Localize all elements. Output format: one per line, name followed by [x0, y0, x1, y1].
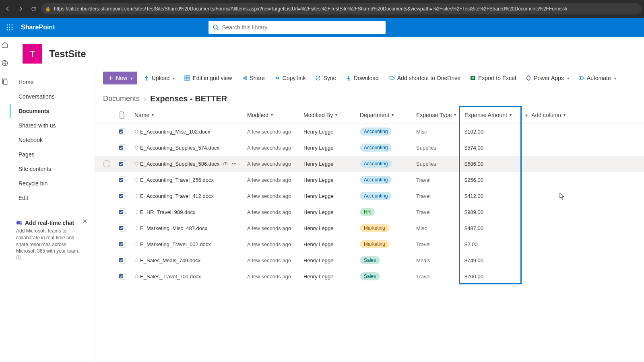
search-box[interactable] — [208, 21, 386, 34]
nav-item-edit[interactable]: Edit — [10, 191, 95, 205]
lock-icon: 🔒 — [45, 6, 51, 12]
svg-text:W: W — [120, 275, 123, 278]
cell-modified-by[interactable]: Henry Legge — [303, 193, 360, 199]
nav-item-pages[interactable]: Pages — [10, 147, 95, 162]
column-expense-type[interactable]: Expense Type▾ — [416, 112, 464, 118]
globe-icon[interactable] — [1, 60, 8, 67]
powerapps-icon — [526, 75, 531, 81]
nav-item-conversations[interactable]: Conversations — [10, 89, 95, 104]
file-name[interactable]: E_Marketing_Misc_487.docx — [140, 225, 207, 231]
sync-button[interactable]: Sync — [312, 72, 339, 84]
cell-modified: A few seconds ago — [247, 241, 303, 247]
file-name[interactable]: E_Marketing_Travel_002.docx — [140, 241, 211, 247]
files-icon[interactable] — [1, 78, 8, 85]
table-row[interactable]: WE_Accounting_Misc_102.docxA few seconds… — [95, 123, 644, 140]
table-row[interactable]: WE_Marketing_Misc_487.docxA few seconds … — [95, 220, 644, 236]
table-row[interactable]: WE_Accounting_Travel_412.docxA few secon… — [95, 188, 644, 204]
column-modified-by[interactable]: Modified By▾ — [303, 112, 360, 118]
file-name[interactable]: E_Accounting_Misc_102.docx — [140, 129, 210, 135]
share-button[interactable]: Share — [238, 72, 268, 84]
add-column-button[interactable]: +Add column▾ — [525, 112, 573, 118]
browser-reload-button[interactable] — [28, 4, 39, 14]
cell-department: Marketing — [360, 224, 416, 232]
browser-forward-button[interactable] — [15, 4, 26, 14]
suite-product-name[interactable]: SharePoint — [19, 24, 55, 31]
cell-modified: A few seconds ago — [247, 193, 303, 199]
export-excel-button[interactable]: X Export to Excel — [467, 72, 519, 84]
breadcrumb-root[interactable]: Documents — [103, 95, 140, 103]
info-icon[interactable]: i — [16, 255, 21, 260]
nav-item-home[interactable]: Home — [10, 75, 95, 89]
breadcrumb-current: Expenses - BETTER — [150, 94, 227, 103]
download-button[interactable]: Download — [343, 72, 382, 84]
svg-line-10 — [217, 29, 219, 30]
file-name[interactable]: E_Accounting_Supplies_574.docx — [140, 145, 219, 151]
add-shortcut-button[interactable]: Add shortcut to OneDrive — [385, 72, 464, 84]
cell-modified-by[interactable]: Henry Legge — [303, 161, 360, 167]
nav-item-documents[interactable]: Documents — [10, 104, 95, 118]
svg-text:X: X — [472, 76, 474, 80]
svg-line-44 — [135, 148, 136, 149]
nav-item-recycle-bin[interactable]: Recycle bin — [10, 176, 95, 191]
svg-point-0 — [7, 25, 8, 26]
file-name[interactable]: E_Sales_Travel_700.docx — [140, 274, 201, 280]
cell-modified-by[interactable]: Henry Legge — [303, 241, 360, 247]
close-icon[interactable] — [81, 217, 89, 225]
copy-link-button[interactable]: Copy link — [271, 72, 309, 84]
cell-modified-by[interactable]: Henry Legge — [303, 257, 360, 263]
file-type-icon: W — [119, 257, 134, 264]
column-name[interactable]: Name▾ — [134, 112, 247, 118]
cell-modified: A few seconds ago — [247, 257, 303, 263]
upload-button[interactable]: Upload ▾ — [140, 72, 178, 84]
site-logo[interactable]: T — [23, 44, 42, 64]
cell-modified-by[interactable]: Henry Legge — [303, 129, 360, 135]
nav-item-site-contents[interactable]: Site contents — [10, 162, 95, 176]
cell-modified: A few seconds ago — [247, 209, 303, 215]
home-icon[interactable] — [1, 41, 8, 48]
file-name[interactable]: E_Accounting_Supplies_586.docx — [140, 161, 219, 167]
cell-modified-by[interactable]: Henry Legge — [303, 209, 360, 215]
nav-item-notebook[interactable]: Notebook — [10, 133, 95, 147]
browser-back-button[interactable] — [2, 4, 13, 14]
browser-url-bar[interactable]: 🔒 https://citizenbuilders.sharepoint.com… — [41, 3, 642, 14]
nav-item-shared-with-us[interactable]: Shared with us — [10, 118, 95, 133]
edit-grid-button[interactable]: Edit in grid view — [181, 72, 235, 84]
chevron-down-icon: ▾ — [392, 113, 394, 117]
table-row[interactable]: WE_Sales_Meals_749.docxA few seconds ago… — [95, 252, 644, 268]
cell-department: Accounting — [360, 176, 416, 184]
cell-modified-by[interactable]: Henry Legge — [303, 274, 360, 280]
cell-modified-by[interactable]: Henry Legge — [303, 145, 360, 151]
svg-line-98 — [135, 211, 136, 212]
new-button[interactable]: New ▾ — [103, 72, 137, 84]
app-launcher-button[interactable] — [0, 18, 19, 37]
share-icon[interactable] — [223, 161, 228, 167]
cell-modified-by[interactable]: Henry Legge — [303, 177, 360, 183]
table-row[interactable]: WE_Accounting_Supplies_574.docxA few sec… — [95, 140, 644, 156]
more-icon[interactable] — [231, 161, 237, 167]
table-row[interactable]: WE_HR_Travel_989.docxA few seconds agoHe… — [95, 204, 644, 220]
search-input[interactable] — [222, 24, 382, 31]
row-select[interactable] — [103, 160, 110, 167]
file-name[interactable]: E_Accounting_Travel_256.docx — [140, 177, 214, 183]
column-expense-amount[interactable]: Expense Amount▾ — [464, 112, 525, 118]
table-row[interactable]: WE_Sales_Travel_700.docxA few seconds ag… — [95, 268, 644, 284]
file-name[interactable]: E_Sales_Meals_749.docx — [140, 257, 200, 263]
cell-department: Accounting — [360, 192, 416, 200]
svg-text:W: W — [120, 130, 123, 134]
table-row[interactable]: WE_Marketing_Travel_002.docxA few second… — [95, 236, 644, 252]
column-department[interactable]: Department▾ — [360, 112, 416, 118]
cell-modified-by[interactable]: Henry Legge — [303, 225, 360, 231]
upload-icon — [144, 75, 149, 81]
table-row[interactable]: WE_Accounting_Travel_256.docxA few secon… — [95, 172, 644, 188]
svg-line-101 — [137, 211, 138, 212]
power-apps-button[interactable]: Power Apps ▾ — [522, 72, 572, 84]
table-row[interactable]: WE_Accounting_Supplies_586.docxA few sec… — [95, 156, 644, 172]
file-name[interactable]: E_Accounting_Travel_412.docx — [140, 193, 214, 199]
svg-line-114 — [135, 229, 136, 230]
column-modified[interactable]: Modified▾ — [247, 112, 303, 118]
file-name[interactable]: E_HR_Travel_989.docx — [140, 209, 196, 215]
svg-line-113 — [137, 229, 138, 230]
automate-button[interactable]: Automate ▾ — [576, 72, 619, 84]
column-type[interactable] — [119, 111, 134, 119]
site-name[interactable]: TestSite — [49, 48, 86, 60]
